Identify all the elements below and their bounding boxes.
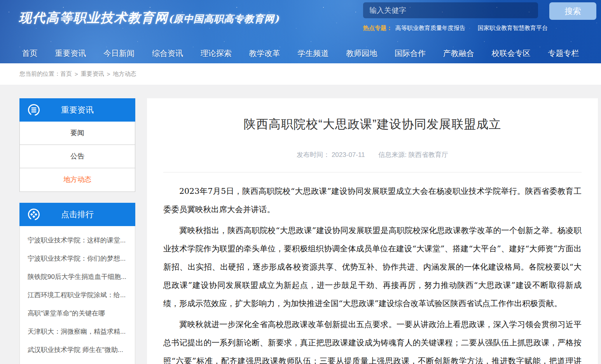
ranking-item[interactable]: 江西环境工程职业学院涂斌：给... — [20, 286, 135, 304]
nav-item-international[interactable]: 国际合作 — [395, 48, 426, 59]
search-button[interactable]: 搜索 — [549, 2, 596, 20]
article-paragraph: 2023年7月5日，陕西高职院校“大思政课”建设协同发展联盟成立大会在杨凌职业技… — [163, 182, 582, 219]
nav-item-student-channel[interactable]: 学生频道 — [297, 48, 328, 59]
nav-item-home[interactable]: 首页 — [22, 48, 37, 59]
main-nav: 首页 重要资讯 今日新闻 综合资讯 理论探索 教学改革 学生频道 教师园地 国际… — [0, 43, 601, 63]
ranking-list: 宁波职业技术学院：这样的课堂... 宁波职业技术学院：你们的梦想... 陕铁院9… — [19, 226, 135, 364]
site-header: 现代高等职业技术教育网(原中国高职高专教育网) 搜索 热点专题： 高等职业教育质… — [0, 0, 601, 63]
ranking-item[interactable]: 宁波职业技术学院：这样的课堂... — [20, 231, 135, 249]
info-source: 信息来源: 陕西省教育厅 — [378, 151, 448, 158]
breadcrumb-local-news[interactable]: 地方动态 — [113, 70, 136, 78]
sidebar-item-yaowen[interactable]: 要闻 — [20, 122, 135, 145]
hot-topic-link-2[interactable]: 国家职业教育智慧教育平台 — [478, 24, 548, 32]
hot-topic-link-1[interactable]: 高等职业教育质量年度报告 — [395, 24, 465, 32]
content-area: 重要资讯 要闻 公告 地方动态 点击排行 — [0, 85, 601, 364]
breadcrumb: 您当前的位置： 首页 > 重要资讯 > 地方动态 — [0, 63, 601, 85]
breadcrumb-separator: > — [107, 71, 110, 77]
article-body: 2023年7月5日，陕西高职院校“大思政课”建设协同发展联盟成立大会在杨凌职业技… — [163, 182, 582, 364]
nav-item-school-alliance[interactable]: 校联会专区 — [492, 48, 531, 59]
publish-time: 发布时间： 2023-07-11 — [297, 151, 365, 158]
breadcrumb-home[interactable]: 首页 — [60, 70, 72, 78]
nav-item-teaching-reform[interactable]: 教学改革 — [249, 48, 280, 59]
article-paragraph: 冀映秋就进一步深化全省高校思政课改革创新提出五点要求。一要从讲政治上看思政课，深… — [163, 315, 582, 364]
sidebar-item-difangdongtai[interactable]: 地方动态 — [20, 168, 135, 192]
news-menu: 要闻 公告 地方动态 — [19, 122, 135, 192]
list-circle-icon — [27, 103, 40, 117]
search-input[interactable] — [363, 2, 538, 18]
search-area: 搜索 热点专题： 高等职业教育质量年度报告 国家职业教育智慧教育平台 — [363, 2, 599, 32]
article-title: 陕西高职院校“大思政课”建设协同发展联盟成立 — [163, 116, 582, 132]
meta-divider — [163, 172, 582, 172]
header-top: 现代高等职业技术教育网(原中国高职高专教育网) 搜索 热点专题： 高等职业教育质… — [0, 0, 601, 43]
breadcrumb-separator: > — [75, 71, 78, 77]
breadcrumb-important-news[interactable]: 重要资讯 — [81, 70, 104, 78]
nav-item-important-news[interactable]: 重要资讯 — [55, 48, 86, 59]
diamonds-circle-icon — [27, 208, 40, 221]
ranking-item[interactable]: 高职"课堂革命"的关键在哪 — [20, 304, 135, 322]
ranking-item[interactable]: 武汉职业技术学院 师生在"微助... — [20, 341, 135, 359]
sidebar-ranking-section: 点击排行 宁波职业技术学院：这样的课堂... 宁波职业技术学院：你们的梦想...… — [19, 203, 135, 364]
ranking-item[interactable]: 天津职大：洞微察幽，精益求精... — [20, 322, 135, 341]
site-logo: 现代高等职业技术教育网(原中国高职高专教育网) — [19, 9, 280, 27]
news-section-header: 重要资讯 — [19, 98, 135, 122]
article-panel: 陕西高职院校“大思政课”建设协同发展联盟成立 发布时间： 2023-07-11 … — [147, 98, 598, 364]
sidebar: 重要资讯 要闻 公告 地方动态 点击排行 — [19, 98, 135, 364]
logo-main-text: 现代高等职业技术教育网 — [19, 10, 168, 25]
nav-item-general-info[interactable]: 综合资讯 — [152, 48, 183, 59]
sidebar-news-section: 重要资讯 要闻 公告 地方动态 — [19, 98, 135, 192]
breadcrumb-label: 您当前的位置： — [19, 70, 60, 78]
sidebar-item-gonggao[interactable]: 公告 — [20, 145, 135, 168]
article-meta: 发布时间： 2023-07-11 信息来源: 陕西省教育厅 — [163, 150, 582, 159]
nav-item-theory[interactable]: 理论探索 — [201, 48, 232, 59]
article-paragraph: 冀映秋指出，陕西高职院校“大思政课”建设协同发展联盟是高职院校深化思政课教学改革… — [163, 221, 582, 313]
ranking-section-title: 点击排行 — [61, 209, 94, 220]
nav-item-special-columns[interactable]: 专题专栏 — [548, 48, 579, 59]
news-section-title: 重要资讯 — [61, 104, 94, 115]
ranking-item[interactable]: 宁波职业技术学院：你们的梦想... — [20, 249, 135, 268]
logo-sub-text: (原中国高职高专教育网) — [168, 13, 280, 24]
ranking-item[interactable]: 陕铁院90后大学生捐造血干细胞... — [20, 268, 135, 286]
hot-topics-label: 热点专题： — [363, 24, 392, 32]
nav-item-teacher-garden[interactable]: 教师园地 — [346, 48, 377, 59]
nav-item-industry-education[interactable]: 产教融合 — [443, 48, 474, 59]
hot-topics: 热点专题： 高等职业教育质量年度报告 国家职业教育智慧教育平台 — [363, 24, 599, 32]
nav-item-today-news[interactable]: 今日新闻 — [103, 48, 135, 59]
ranking-section-header: 点击排行 — [19, 203, 135, 226]
